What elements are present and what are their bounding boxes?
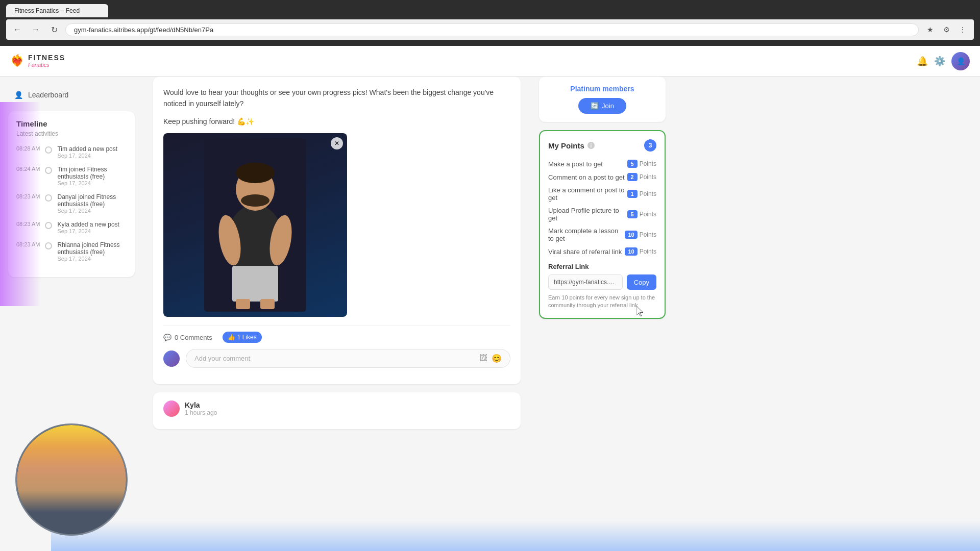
points-row-comment: Comment on a post to get 2 Points: [548, 173, 656, 181]
post-card: Would love to hear your thoughts or see …: [153, 77, 521, 384]
timeline-date: Sep 17, 2024: [57, 228, 127, 234]
timeline-time: 08:23 AM: [16, 193, 40, 199]
bookmark-icon[interactable]: ★: [923, 22, 937, 37]
points-value-viral: 10 Points: [625, 247, 656, 256]
comment-icons: 🖼 😊: [479, 354, 502, 363]
referral-link-text: https://gym-fanatics.aitribes.app/ft/c: [554, 279, 623, 286]
notifications-button[interactable]: 🔔: [917, 56, 928, 67]
timeline-action: Danyal joined Fitness enthusiasts (free): [57, 193, 127, 208]
points-label-lesson: Points: [640, 231, 656, 238]
likes-display: 👍 1 Likes: [223, 332, 262, 343]
extensions-icon[interactable]: ⚙: [939, 22, 953, 37]
points-label-profile: Points: [640, 211, 656, 218]
timeline-dot: [45, 194, 52, 202]
next-post-author-name: Kyla: [185, 401, 217, 409]
referral-link-input[interactable]: https://gym-fanatics.aitribes.app/ft/c: [548, 274, 623, 290]
points-row-viral: Viral share of referral link 10 Points: [548, 247, 656, 256]
copy-button[interactable]: Copy: [627, 274, 656, 290]
timeline-dot: [45, 167, 52, 174]
points-num-post: 5: [627, 160, 638, 168]
post-text-line2: Keep pushing forward! 💪✨: [163, 116, 510, 127]
user-avatar[interactable]: 👤: [951, 52, 970, 70]
comment-input[interactable]: Add your comment 🖼 😊: [186, 349, 510, 368]
comment-box: Add your comment 🖼 😊: [163, 343, 510, 374]
points-num-lesson: 10: [625, 231, 637, 239]
points-action-post: Make a post to get: [548, 160, 627, 168]
svg-rect-4: [232, 266, 278, 302]
post-text-line1: Would love to hear your thoughts or see …: [163, 87, 510, 110]
right-sidebar: Platinum members 🔄 Join My Points i 3: [531, 77, 674, 551]
points-value-post: 5 Points: [627, 160, 656, 168]
likes-count: 1 Likes: [237, 334, 257, 341]
menu-icon[interactable]: ⋮: [955, 22, 970, 37]
points-num-like: 1: [627, 190, 638, 198]
webcam-overlay: [15, 423, 128, 536]
points-action-profile: Upload Profile picture to get: [548, 207, 627, 222]
platinum-card: Platinum members 🔄 Join: [539, 77, 666, 122]
timeline-card: Timeline Latest activities 08:28 AM Tim …: [8, 111, 135, 277]
leaderboard-label: Leaderboard: [28, 91, 68, 99]
points-row-profile: Upload Profile picture to get 5 Points: [548, 207, 656, 222]
points-label-comment: Points: [640, 173, 656, 181]
back-button[interactable]: ←: [10, 22, 24, 37]
points-num-viral: 10: [625, 247, 637, 256]
comments-count: 0 Comments: [175, 334, 212, 341]
svg-point-7: [241, 194, 270, 207]
forward-button[interactable]: →: [29, 22, 43, 37]
points-action-lesson: Mark complete a lesson to get: [548, 227, 625, 242]
points-header: My Points i 3: [548, 139, 656, 152]
points-label-post: Points: [640, 160, 656, 167]
svg-rect-8: [236, 299, 250, 309]
timeline-item: 08:23 AM Danyal joined Fitness enthusias…: [16, 193, 127, 214]
timeline-dot: [45, 222, 52, 229]
points-info-icon[interactable]: i: [587, 142, 595, 149]
timeline-date: Sep 17, 2024: [57, 180, 127, 186]
address-bar[interactable]: gym-fanatics.aitribes.app/gt/feed/dN5Nb/…: [65, 23, 919, 36]
header-icons: 🔔 ⚙️ 👤: [917, 52, 970, 70]
svg-rect-9: [260, 299, 275, 309]
timeline-time: 08:23 AM: [16, 221, 40, 227]
timeline-subtitle: Latest activities: [16, 130, 127, 137]
active-tab[interactable]: Fitness Fanatics – Feed: [6, 4, 108, 17]
points-badge: 3: [644, 139, 656, 152]
settings-button[interactable]: ⚙️: [934, 56, 945, 67]
points-num-comment: 2: [627, 173, 638, 181]
points-value-profile: 5 Points: [627, 210, 656, 218]
browser-toolbar: ← → ↻ gym-fanatics.aitribes.app/gt/feed/…: [6, 19, 974, 40]
reload-button[interactable]: ↻: [47, 22, 61, 37]
points-title: My Points i: [548, 141, 595, 150]
next-post-header: Kyla 1 hours ago: [163, 400, 510, 417]
image-close-button[interactable]: ✕: [331, 137, 343, 149]
sidebar-item-leaderboard[interactable]: 👤 Leaderboard: [8, 87, 135, 103]
points-value-like: 1 Points: [627, 190, 656, 198]
comments-button[interactable]: 💬 0 Comments: [163, 334, 212, 341]
points-value-lesson: 10 Points: [625, 231, 656, 239]
referral-input-row: https://gym-fanatics.aitribes.app/ft/c C…: [548, 274, 656, 290]
timeline-time: 08:24 AM: [16, 166, 40, 172]
logo-area: ❤️‍🔥 FITNESS Fanatics: [10, 54, 65, 68]
timeline-item: 08:28 AM Tim added a new post Sep 17, 20…: [16, 145, 127, 159]
points-label-like: Points: [640, 190, 656, 197]
logo-icon: ❤️‍🔥: [10, 54, 24, 67]
join-button[interactable]: 🔄 Join: [578, 98, 626, 114]
points-num-profile: 5: [627, 210, 638, 218]
timeline-date: Sep 17, 2024: [57, 153, 127, 159]
webcam-person-figure: [17, 425, 126, 534]
image-upload-icon[interactable]: 🖼: [479, 354, 487, 363]
timeline-title: Timeline: [16, 119, 127, 128]
platinum-members-link[interactable]: Platinum members: [547, 85, 657, 93]
emoji-icon[interactable]: 😊: [492, 354, 502, 363]
timeline-item: 08:23 AM Kyla added a new post Sep 17, 2…: [16, 221, 127, 234]
app-header: ❤️‍🔥 FITNESS Fanatics 🔔 ⚙️ 👤: [0, 46, 980, 77]
timeline-action: Kyla added a new post: [57, 221, 127, 228]
timeline-date: Sep 17, 2024: [57, 256, 127, 262]
next-post-author-info: Kyla 1 hours ago: [185, 401, 217, 416]
referral-section: Referral Link https://gym-fanatics.aitri…: [548, 263, 656, 310]
timeline-dot: [45, 242, 52, 249]
timeline-action: Tim joined Fitness enthusiasts (free): [57, 166, 127, 180]
next-post-time: 1 hours ago: [185, 409, 217, 416]
points-title-text: My Points: [548, 141, 584, 150]
timeline-content: Kyla added a new post Sep 17, 2024: [57, 221, 127, 234]
post-image-figure: [204, 138, 306, 312]
my-points-card: My Points i 3 Make a post to get 5 Point…: [539, 130, 666, 319]
